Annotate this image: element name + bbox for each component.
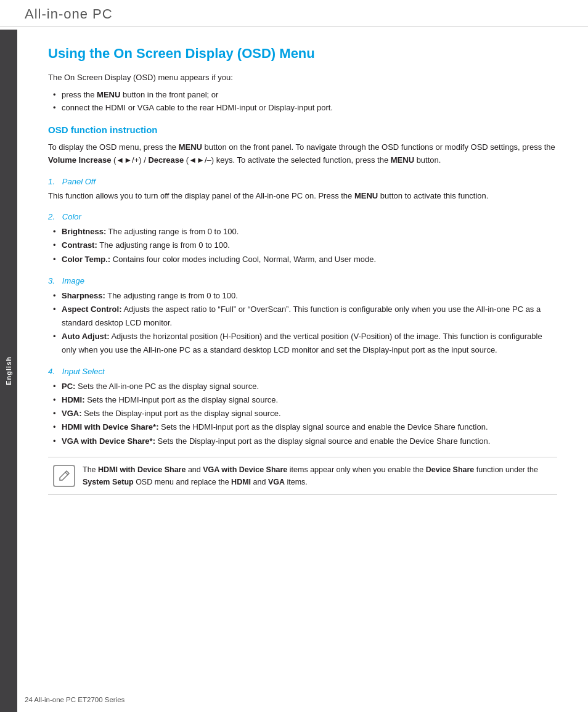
- sidebar-language-label: English: [5, 356, 12, 385]
- item-1-number: 1.: [48, 177, 55, 186]
- item-3-heading: 3.Image: [48, 276, 557, 285]
- intro-text: The On Screen Display (OSD) menu appears…: [48, 72, 557, 84]
- list-item: Aspect Control: Adjusts the aspect ratio…: [53, 303, 557, 330]
- top-bar: All-in-one PC: [0, 0, 588, 27]
- item-2-heading: 2.Color: [48, 212, 557, 221]
- page-title: Using the On Screen Display (OSD) Menu: [48, 45, 557, 63]
- item-1-body: This function allows you to turn off the…: [48, 190, 557, 203]
- list-item: Color Temp.: Contains four color modes i…: [53, 253, 557, 266]
- sidebar: English: [0, 30, 17, 712]
- top-bar-title: All-in-one PC: [25, 6, 113, 22]
- intro-bullets: press the MENU button in the front panel…: [48, 89, 557, 115]
- item-3-bullets: Sharpness: The adjusting range is from 0…: [48, 289, 557, 357]
- footer: 24 All-in-one PC ET2700 Series: [25, 696, 125, 703]
- list-item: HDMI with Device Share*: Sets the HDMI-i…: [53, 420, 557, 434]
- list-item: Brightness: The adjusting range is from …: [53, 225, 557, 239]
- list-item: Sharpness: The adjusting range is from 0…: [53, 289, 557, 303]
- osd-section-heading: OSD function instruction: [48, 125, 557, 135]
- note-text: The HDMI with Device Share and VGA with …: [83, 464, 552, 488]
- list-item: VGA: Sets the Display-input port as the …: [53, 407, 557, 420]
- item-4-heading: 4.Input Select: [48, 367, 557, 376]
- item-4-title: Input Select: [62, 367, 105, 376]
- list-item: Auto Adjust: Adjusts the horizontal posi…: [53, 330, 557, 357]
- item-1-title: Panel Off: [62, 177, 96, 186]
- item-2-title: Color: [62, 212, 81, 221]
- osd-section-body: To display the OSD menu, press the MENU …: [48, 141, 557, 167]
- item-2-bullets: Brightness: The adjusting range is from …: [48, 225, 557, 266]
- list-item: PC: Sets the All-in-one PC as the displa…: [53, 380, 557, 393]
- list-item: press the MENU button in the front panel…: [53, 89, 557, 102]
- list-item: connect the HDMI or VGA cable to the rea…: [53, 102, 557, 115]
- note-box: The HDMI with Device Share and VGA with …: [48, 457, 557, 495]
- item-4-bullets: PC: Sets the All-in-one PC as the displa…: [48, 380, 557, 448]
- footer-text: 24 All-in-one PC ET2700 Series: [25, 696, 125, 703]
- item-1-heading: 1.Panel Off: [48, 177, 557, 186]
- list-item: Contrast: The adjusting range is from 0 …: [53, 239, 557, 252]
- note-icon: [53, 465, 75, 487]
- item-2-number: 2.: [48, 212, 55, 221]
- item-3-number: 3.: [48, 276, 55, 285]
- main-content: Using the On Screen Display (OSD) Menu T…: [17, 27, 588, 520]
- list-item: VGA with Device Share*: Sets the Display…: [53, 435, 557, 448]
- list-item: HDMI: Sets the HDMI-input port as the di…: [53, 393, 557, 407]
- item-4-number: 4.: [48, 367, 55, 376]
- pencil-icon: [58, 470, 70, 482]
- item-3-title: Image: [62, 276, 84, 285]
